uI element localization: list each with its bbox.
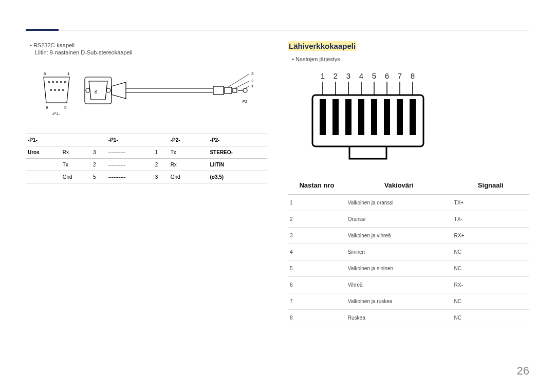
svg-point-3 [61, 82, 62, 83]
svg-rect-33 [332, 99, 339, 135]
rs-th-p2b: -P2- [208, 134, 267, 146]
lan-row: 4SininenNC [288, 244, 529, 260]
header-rule [26, 30, 529, 30]
rs-r1c0: Tx [61, 159, 91, 171]
svg-rect-16 [225, 87, 232, 94]
pin1-label: 1 [67, 71, 70, 76]
svg-point-8 [63, 89, 64, 91]
svg-rect-37 [384, 99, 390, 135]
svg-rect-17 [233, 88, 237, 92]
lan-row: 1Valkoinen ja oranssiTX+ [288, 195, 529, 211]
lan-pin-table: Nastan nro Vakioväri Signaali 1Valkoinen… [288, 176, 529, 326]
left-column: RS232C-kaapeli Liitin: 9-nastainen D-Sub… [26, 41, 267, 326]
svg-point-2 [57, 82, 58, 83]
rs-r0c2: ---------- [106, 146, 153, 159]
rs-r0c1: 3 [91, 146, 106, 159]
rs232-bullet: RS232C-kaapeli [30, 42, 267, 48]
rs-th-p1a: -P1- [26, 134, 106, 146]
pin6-label: 6 [44, 71, 46, 76]
rs-col7-r1: LIITIN [208, 159, 267, 171]
svg-rect-15 [213, 86, 224, 95]
right-column: Lähiverkkokaapeli Nastojen järjestys 1 2… [288, 41, 529, 326]
pin5-label: 5 [64, 105, 67, 110]
rs232-diagram: 6 1 9 5 -P1- IN [26, 62, 267, 123]
lan-row: 6VihreäRX- [288, 277, 529, 293]
p2-diagram-label: -P2- [241, 99, 249, 104]
rs-r1c1: 2 [91, 159, 106, 171]
svg-rect-36 [371, 99, 377, 135]
svg-point-7 [59, 89, 60, 91]
svg-text:IN: IN [94, 90, 98, 94]
svg-point-11 [106, 88, 110, 92]
header-accent [26, 29, 59, 31]
rs232-cable-svg: 6 1 9 5 -P1- IN [39, 62, 254, 123]
rs-r1c4: Rx [169, 159, 199, 171]
rj-pin-1: 1 [321, 71, 325, 80]
lan-title: Lähiverkkokaapeli [288, 41, 357, 51]
page-number: 26 [517, 364, 529, 378]
rj-pin-5: 5 [372, 71, 376, 80]
rj-pin-4: 4 [359, 71, 363, 80]
svg-point-6 [54, 89, 56, 91]
rj-pin-8: 8 [411, 71, 415, 80]
rs-r1c2: ---------- [106, 159, 153, 171]
lan-row: 2OranssiTX- [288, 211, 529, 228]
rj-pin-2: 2 [334, 71, 338, 80]
svg-rect-35 [358, 99, 364, 135]
jack-pin3: 3 [251, 71, 254, 76]
rj-pin-7: 7 [398, 71, 402, 80]
svg-rect-31 [312, 95, 423, 146]
rj-pin-3: 3 [346, 71, 350, 80]
rs-r2c4: Gnd [169, 171, 199, 183]
lan-th-signal: Signaali [452, 176, 529, 195]
jack-pin2: 2 [251, 79, 254, 83]
rs-col7-r2: (ø3,5) [208, 171, 267, 183]
rs-r2c0: Gnd [61, 171, 91, 183]
rs-th-p1b: -P1- [106, 134, 153, 146]
svg-point-1 [52, 82, 54, 83]
rs-col0: Uros [26, 146, 61, 159]
lan-row: 5Valkoinen ja sininenNC [288, 260, 529, 277]
svg-point-4 [65, 82, 66, 83]
rs-r0c3: 1 [153, 146, 169, 159]
rs-r2c1: 5 [91, 171, 106, 183]
rs-r2c2: ---------- [106, 171, 153, 183]
rj45-diagram: 1 2 3 4 5 6 7 8 [288, 68, 529, 166]
lan-bullet: Nastojen järjestys [292, 56, 529, 62]
svg-rect-39 [410, 99, 416, 135]
lan-th-color: Vakioväri [346, 176, 452, 195]
lan-row: 3Valkoinen ja vihreäRX+ [288, 228, 529, 244]
rs-r2c3: 3 [153, 171, 169, 183]
svg-rect-38 [397, 99, 403, 135]
rs-r0c0: Rx [61, 146, 91, 159]
rs232-subline: Liitin: 9-nastainen D-Sub-stereokaapeli [35, 49, 267, 55]
svg-point-19 [243, 88, 247, 92]
svg-line-22 [245, 86, 249, 88]
pin9-label: 9 [46, 105, 48, 110]
svg-line-20 [228, 74, 249, 87]
svg-rect-34 [345, 99, 351, 135]
rs232-pin-table: -P1- -P1- -P2- -P2- Uros Rx 3 ----------… [26, 134, 267, 183]
p1-diagram-label: -P1- [52, 111, 60, 116]
rs-col7-r0: STEREO- [208, 146, 267, 159]
jack-pin1: 1 [251, 84, 254, 88]
lan-row: 7Valkoinen ja ruskeaNC [288, 293, 529, 310]
svg-point-10 [86, 88, 90, 92]
svg-point-5 [50, 89, 52, 91]
svg-point-0 [48, 82, 50, 83]
lan-th-pin: Nastan nro [288, 176, 346, 195]
rs-r0c4: Tx [169, 146, 199, 159]
svg-rect-32 [320, 99, 326, 135]
lan-row: 8RuskeaNC [288, 310, 529, 326]
rj45-svg: 1 2 3 4 5 6 7 8 [298, 68, 442, 166]
rj-pin-6: 6 [385, 71, 389, 80]
rs-th-p2a: -P2- [169, 134, 208, 146]
rs-r1c3: 2 [153, 159, 169, 171]
